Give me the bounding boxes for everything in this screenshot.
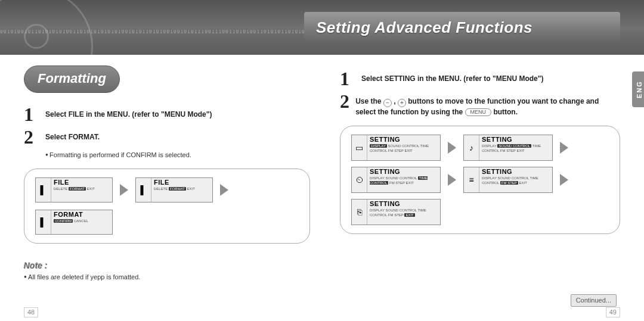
section-title-panel: Setting Advanced Functions	[304, 12, 620, 43]
lcd-options: DISPLAY SOUND CONTROL TIME CONTROL FM ST…	[370, 176, 438, 186]
step-number: 2	[24, 127, 41, 147]
section-title: Setting Advanced Functions	[316, 20, 532, 35]
step-text: Use the − , + buttons to move to the fun…	[355, 92, 620, 117]
lcd-title: SETTING	[370, 201, 438, 207]
page-48: Formatting 1 Select FILE in the MENU. (r…	[24, 66, 310, 309]
lcd-options: DISPLAY SOUND CONTROL TIME CONTROL FM ST…	[482, 144, 550, 154]
lcd-screen: ▌FILEDELETE FORMAT EXIT	[35, 177, 113, 202]
menu-button-graphic: MENU	[465, 108, 492, 116]
lcd-icon: ▌	[36, 210, 51, 234]
lcd-options: CONFIRM CANCEL	[54, 219, 110, 224]
step-number: 1	[340, 69, 357, 88]
step-number: 2	[340, 92, 351, 111]
arrow-icon	[448, 142, 456, 154]
lcd-title: SETTING	[370, 136, 438, 143]
lcd-title: FILE	[54, 179, 110, 186]
lcd-screen: ♪SETTINGDISPLAY SOUND CONTROL TIME CONTR…	[463, 135, 553, 161]
language-tab: ENG	[632, 71, 644, 107]
minus-icon: −	[383, 99, 392, 107]
lcd-options: DELETE FORMAT EXIT	[154, 187, 210, 192]
plus-icon: +	[398, 99, 406, 107]
arrow-icon	[560, 142, 568, 154]
lcd-icon: ≡	[464, 167, 479, 192]
step-1: 1 Select SETTING in the MENU. (refer to …	[340, 69, 620, 88]
step-number: 1	[24, 105, 41, 124]
page-number-left: 48	[24, 307, 38, 317]
lcd-sequence: ▌FILEDELETE FORMAT EXIT ▌FILEDELETE FORM…	[24, 169, 310, 244]
step-2: 2 Select FORMAT.	[24, 127, 310, 147]
lcd-title: SETTING	[370, 169, 438, 175]
step-2-note: Formatting is performed if CONFIRM is se…	[45, 150, 310, 160]
lcd-icon: ▌	[136, 178, 151, 202]
lcd-screen: ▌FORMATCONFIRM CANCEL	[35, 210, 113, 235]
lcd-grid: ▭SETTINGDISPLAY SOUND CONTROL TIME CONTR…	[340, 126, 620, 234]
lcd-title: SETTING	[482, 169, 550, 175]
step-2: 2 Use the − , + buttons to move to the f…	[340, 92, 620, 117]
lcd-icon: ▭	[352, 135, 367, 160]
lcd-options: DISPLAY SOUND CONTROL TIME CONTROL FM ST…	[370, 208, 438, 218]
arrow-icon	[560, 174, 568, 186]
page-number-right: 49	[606, 307, 620, 317]
lcd-icon: ♪	[464, 135, 479, 160]
arrow-icon	[120, 184, 128, 196]
lcd-screen: ▌FILEDELETE FORMAT EXIT	[135, 177, 213, 202]
lcd-title: FILE	[154, 179, 210, 186]
lcd-screen: ≡SETTINGDISPLAY SOUND CONTROL TIME CONTR…	[463, 167, 553, 193]
lcd-title: FORMAT	[54, 211, 110, 218]
step-1: 1 Select FILE in the MENU. (refer to "ME…	[24, 105, 310, 124]
lcd-title: SETTING	[482, 136, 550, 143]
topic-heading: Formatting	[24, 66, 120, 93]
lcd-screen: ⎘SETTINGDISPLAY SOUND CONTROL TIME CONTR…	[351, 199, 441, 225]
note-label: Note :	[24, 261, 310, 270]
page-49: 1 Select SETTING in the MENU. (refer to …	[340, 66, 620, 309]
step-text: Select FORMAT.	[45, 127, 100, 142]
lcd-screen: ▭SETTINGDISPLAY SOUND CONTROL TIME CONTR…	[351, 135, 441, 161]
arrow-icon	[448, 174, 456, 186]
lcd-options: DELETE FORMAT EXIT	[54, 187, 110, 192]
continued-label: Continued...	[571, 294, 617, 307]
lcd-icon: ⏲	[352, 167, 367, 192]
header-banner: 0010100101101010101001101010101010100101…	[0, 0, 644, 55]
lcd-screen: ⏲SETTINGDISPLAY SOUND CONTROL TIME CONTR…	[351, 167, 441, 193]
arrow-icon	[220, 184, 228, 196]
lcd-icon: ▌	[36, 178, 51, 202]
lcd-options: DISPLAY SOUND CONTROL TIME CONTROL FM ST…	[482, 176, 550, 186]
note-body: All files are deleted if yepp is fomatte…	[24, 272, 310, 282]
lcd-icon: ⎘	[352, 200, 367, 225]
step-text: Select SETTING in the MENU. (refer to "M…	[361, 69, 543, 84]
step-text: Select FILE in the MENU. (refer to "MENU…	[45, 105, 212, 120]
lcd-options: DISPLAY SOUND CONTROL TIME CONTROL FM ST…	[370, 144, 438, 154]
